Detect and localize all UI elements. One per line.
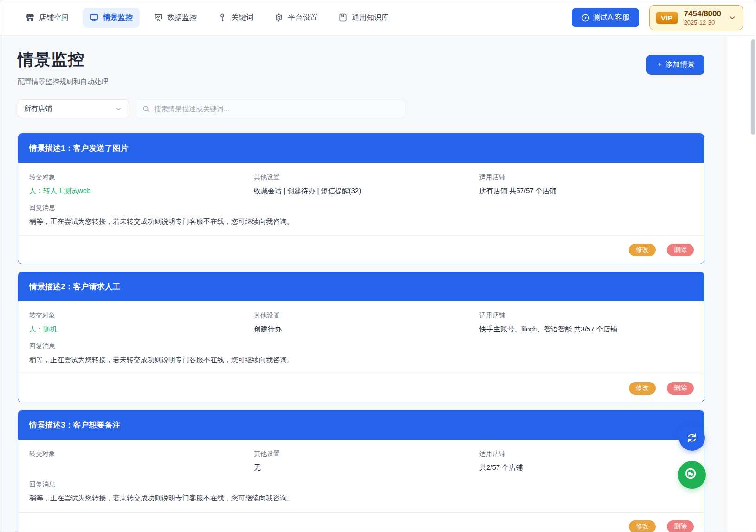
nav-tab-label: 数据监控	[167, 13, 197, 23]
topbar-right: 测试AI客服 VIP 7454/8000 2025-12-30	[572, 5, 743, 30]
shop-filter-select[interactable]: 所有店铺	[18, 99, 129, 118]
applicable-shops-field: 适用店铺 所有店铺 共57/57 个店铺	[479, 173, 693, 195]
reply-message-label: 回复消息	[29, 204, 693, 212]
book-icon	[338, 13, 348, 22]
nav-tab-keywords[interactable]: 关键词	[211, 8, 260, 28]
key-icon	[218, 13, 227, 22]
other-settings-value: 创建待办	[254, 325, 479, 334]
transfer-target-label: 转交对象	[29, 311, 254, 320]
nav-tab-label: 店铺空间	[39, 13, 69, 23]
page-title: 情景监控	[18, 49, 704, 71]
applicable-shops-value: 所有店铺 共57/57 个店铺	[479, 187, 693, 195]
other-settings-value: 无	[254, 463, 479, 472]
reply-message-label: 回复消息	[29, 342, 693, 350]
add-scenario-button[interactable]: ＋ 添加情景	[646, 55, 704, 75]
nav-tab-shop-space[interactable]: 店铺空间	[19, 8, 76, 28]
chevron-down-icon	[115, 105, 123, 113]
applicable-shops-field: 适用店铺 共2/57 个店铺	[479, 450, 693, 472]
other-settings-field: 其他设置 无	[254, 450, 479, 472]
storefront-icon	[26, 13, 35, 22]
monitor-icon	[90, 13, 99, 22]
gear-icon	[274, 13, 284, 22]
nav-tab-data-monitor[interactable]: 数据监控	[147, 8, 204, 28]
vip-expiry-date: 2025-12-30	[684, 19, 721, 26]
filter-row: 所有店铺	[18, 99, 704, 118]
vertical-scrollbar[interactable]	[751, 39, 755, 135]
search-input[interactable]	[154, 105, 399, 113]
transfer-target-value: 人：随机	[29, 325, 254, 334]
scenario-card-title: 情景描述3：客户想要备注	[29, 420, 120, 430]
edit-button[interactable]: 修改	[629, 382, 656, 395]
transfer-target-label: 转交对象	[29, 450, 254, 458]
page-header: 情景监控 配置情景监控规则和自动处理 ＋ 添加情景	[18, 49, 704, 86]
scenario-card-1: 情景描述1：客户发送了图片 转交对象 人：转人工测试web 其他设置 收藏会话 …	[18, 133, 704, 264]
nav-tab-knowledge-base[interactable]: 通用知识库	[331, 8, 396, 28]
scenario-fields: 转交对象 其他设置 无 适用店铺 共2/57 个店铺	[29, 450, 693, 472]
refresh-float-button[interactable]	[679, 425, 705, 451]
reply-message-label: 回复消息	[29, 480, 693, 489]
scenario-card-body: 转交对象 人：随机 其他设置 创建待办 适用店铺 快手主账号、liloch、智语…	[18, 301, 704, 374]
other-settings-field: 其他设置 收藏会话 | 创建待办 | 短信提醒(32)	[254, 173, 479, 195]
scenario-card-header: 情景描述2：客户请求人工	[18, 272, 704, 301]
scenario-card-2: 情景描述2：客户请求人工 转交对象 人：随机 其他设置 创建待办 适用店铺 快手…	[18, 272, 704, 402]
scenario-card-3: 情景描述3：客户想要备注 转交对象 其他设置 无 适用店铺 共2/57 个店铺 …	[18, 410, 704, 532]
nav-tabs: 店铺空间 情景监控 数据监控 关键词 平台设置 通用知识库	[19, 8, 396, 28]
scenario-card-header: 情景描述1：客户发送了图片	[18, 134, 704, 163]
applicable-shops-label: 适用店铺	[479, 450, 693, 458]
scenario-card-list: 情景描述1：客户发送了图片 转交对象 人：转人工测试web 其他设置 收藏会话 …	[18, 133, 704, 532]
refresh-icon	[685, 431, 698, 444]
delete-button[interactable]: 删除	[667, 382, 694, 395]
scenario-card-footer: 修改 删除	[18, 235, 704, 264]
shop-filter-value: 所有店铺	[24, 104, 52, 113]
applicable-shops-value: 共2/57 个店铺	[479, 463, 693, 472]
nav-tab-label: 平台设置	[288, 13, 317, 23]
scenario-card-body: 转交对象 人：转人工测试web 其他设置 收藏会话 | 创建待办 | 短信提醒(…	[18, 163, 704, 235]
main-content: 情景监控 配置情景监控规则和自动处理 ＋ 添加情景 所有店铺 情景描述1：客户发…	[0, 36, 756, 532]
test-ai-service-button[interactable]: 测试AI客服	[572, 8, 639, 27]
add-scenario-label: 添加情景	[665, 60, 695, 70]
vip-quota-value: 7454/8000	[684, 9, 721, 19]
nav-tab-platform-settings[interactable]: 平台设置	[267, 8, 324, 28]
other-settings-label: 其他设置	[254, 311, 479, 320]
chat-service-float-button[interactable]	[678, 461, 706, 489]
nav-tab-scene-monitor[interactable]: 情景监控	[83, 8, 140, 28]
plus-icon: ＋	[656, 60, 664, 70]
transfer-target-field: 转交对象	[29, 450, 254, 472]
scenario-card-header: 情景描述3：客户想要备注	[18, 410, 704, 440]
delete-button[interactable]: 删除	[667, 244, 694, 256]
test-ai-service-label: 测试AI客服	[593, 13, 630, 23]
nav-tab-label: 关键词	[231, 13, 253, 23]
reply-message-field: 回复消息 稍等，正在尝试为您转接，若未转交成功则说明专门客服不在线，您可继续向我…	[29, 342, 693, 364]
delete-button[interactable]: 删除	[667, 520, 694, 532]
chevron-down-icon	[728, 13, 737, 22]
edit-button[interactable]: 修改	[629, 244, 656, 256]
scenario-card-title: 情景描述1：客户发送了图片	[29, 143, 128, 154]
vip-quota-badge[interactable]: VIP 7454/8000 2025-12-30	[649, 5, 743, 30]
transfer-target-value	[29, 463, 254, 472]
transfer-target-field: 转交对象 人：随机	[29, 311, 254, 334]
scenario-fields: 转交对象 人：转人工测试web 其他设置 收藏会话 | 创建待办 | 短信提醒(…	[29, 173, 693, 195]
other-settings-value: 收藏会话 | 创建待办 | 短信提醒(32)	[254, 187, 479, 195]
scenario-card-footer: 修改 删除	[18, 512, 704, 532]
scenario-card-footer: 修改 删除	[18, 374, 704, 402]
reply-message-field: 回复消息 稍等，正在尝试为您转接，若未转交成功则说明专门客服不在线，您可继续向我…	[29, 480, 693, 503]
reply-message-value: 稍等，正在尝试为您转接，若未转交成功则说明专门客服不在线，您可继续向我咨询。	[29, 494, 693, 503]
edit-button[interactable]: 修改	[629, 520, 656, 532]
reply-message-field: 回复消息 稍等，正在尝试为您转接，若未转交成功则说明专门客服不在线，您可继续向我…	[29, 204, 693, 226]
other-settings-field: 其他设置 创建待办	[254, 311, 479, 334]
applicable-shops-label: 适用店铺	[479, 311, 693, 320]
play-circle-icon	[581, 13, 590, 22]
applicable-shops-label: 适用店铺	[479, 173, 693, 182]
other-settings-label: 其他设置	[254, 450, 479, 458]
transfer-target-field: 转交对象 人：转人工测试web	[29, 173, 254, 195]
page-subtitle: 配置情景监控规则和自动处理	[18, 78, 704, 86]
scenario-card-title: 情景描述2：客户请求人工	[29, 281, 120, 292]
other-settings-label: 其他设置	[254, 173, 479, 182]
scenario-card-body: 转交对象 其他设置 无 适用店铺 共2/57 个店铺 回复消息 稍等，正在尝试为…	[18, 440, 704, 512]
search-icon	[142, 105, 150, 113]
nav-tab-label: 通用知识库	[352, 13, 389, 23]
chart-icon	[154, 13, 163, 22]
applicable-shops-value: 快手主账号、liloch、智语智能 共3/57 个店铺	[479, 325, 693, 334]
reply-message-value: 稍等，正在尝试为您转接，若未转交成功则说明专门客服不在线，您可继续向我咨询。	[29, 356, 693, 364]
scenario-fields: 转交对象 人：随机 其他设置 创建待办 适用店铺 快手主账号、liloch、智语…	[29, 311, 693, 334]
